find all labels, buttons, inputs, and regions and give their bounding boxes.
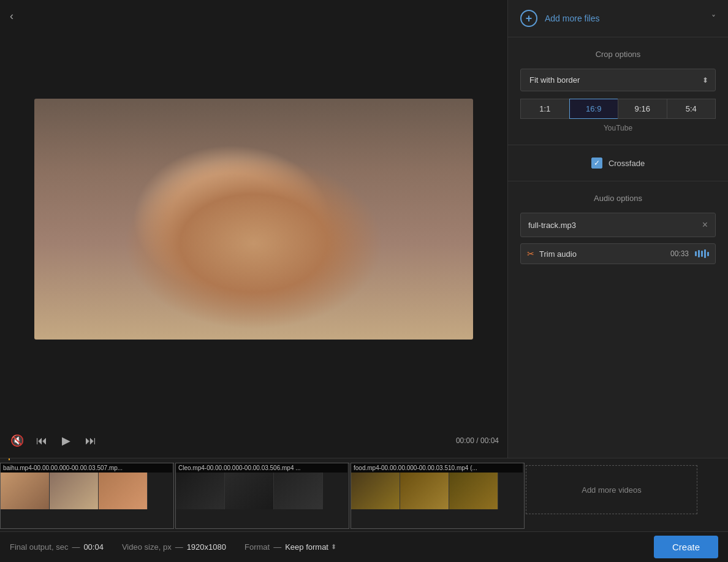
bottom-info: Final output, sec — 00:04 Video size, px… bbox=[10, 542, 654, 552]
total-time: 00:04 bbox=[480, 436, 499, 445]
ratio-btn-5-4[interactable]: 5:4 bbox=[667, 99, 716, 119]
clip-food-label: food.mp4-00.00.00.000-00.00.03.510.mp4 (… bbox=[351, 463, 523, 473]
time-separator: / bbox=[476, 436, 478, 445]
add-files-label: Add more files bbox=[545, 13, 711, 23]
format-sep: — bbox=[273, 542, 281, 552]
crop-options-section: Crop options Fit with border Crop to fil… bbox=[508, 37, 728, 145]
crossfade-label: Crossfade bbox=[609, 159, 645, 168]
clip-baihu-thumb-1 bbox=[1, 473, 50, 509]
mute-icon: 🔇 bbox=[10, 434, 24, 447]
create-button[interactable]: Create bbox=[654, 536, 718, 558]
video-size-value: 1920x1080 bbox=[187, 542, 226, 552]
add-files-icon: + bbox=[520, 10, 537, 27]
prev-icon: ⏮ bbox=[36, 435, 47, 447]
current-time: 00:00 bbox=[456, 436, 474, 445]
youtube-label: YouTube bbox=[520, 124, 716, 132]
audio-file-row: full-track.mp3 × bbox=[520, 213, 716, 237]
audio-clear-icon: × bbox=[702, 219, 708, 230]
video-size-label: Video size, px bbox=[122, 542, 172, 552]
clip-cleo-thumb-3 bbox=[274, 473, 323, 509]
clip-food-thumb-1 bbox=[351, 473, 400, 509]
clip-cleo-thumbnails bbox=[176, 473, 349, 528]
timeline-clips: baihu.mp4-00.00.00.000-00.00.03.507.mp..… bbox=[0, 460, 728, 531]
audio-filename: full-track.mp3 bbox=[528, 221, 702, 230]
play-button[interactable]: ▶ bbox=[58, 432, 75, 449]
time-display: 00:00 / 00:04 bbox=[456, 436, 499, 445]
trim-bars-icon bbox=[695, 249, 709, 258]
format-item: Format — Keep format ⬍ bbox=[245, 542, 336, 552]
play-icon: ▶ bbox=[62, 434, 70, 447]
audio-options-title: Audio options bbox=[520, 194, 716, 203]
ratio-btn-9-16[interactable]: 9:16 bbox=[618, 99, 667, 119]
video-size-sep: — bbox=[175, 542, 183, 552]
clip-cleo[interactable]: Cleo.mp4-00.00.00.000-00.00.03.506.mp4 .… bbox=[175, 463, 349, 529]
video-panel: ‹ 🔇 ⏮ ▶ ⏭ 00:00 / 00:04 bbox=[0, 0, 507, 458]
ratio-buttons: 1:1 16:9 9:16 5:4 bbox=[520, 99, 716, 119]
trim-label: Trim audio bbox=[539, 249, 670, 259]
format-label: Format bbox=[245, 542, 270, 552]
crop-options-title: Crop options bbox=[520, 50, 716, 59]
clip-food-thumbnails bbox=[351, 473, 524, 528]
checkbox-check-icon: ✓ bbox=[594, 159, 600, 167]
clip-food[interactable]: food.mp4-00.00.00.000-00.00.03.510.mp4 (… bbox=[351, 463, 525, 529]
back-button[interactable]: ‹ bbox=[10, 10, 13, 23]
format-arrows-icon: ⬍ bbox=[331, 543, 336, 551]
clip-baihu-thumb-3 bbox=[99, 473, 148, 509]
crop-select[interactable]: Fit with border Crop to fill No crop bbox=[520, 69, 716, 91]
video-thumbnail bbox=[34, 99, 473, 340]
final-output-sep: — bbox=[72, 542, 80, 552]
final-output-value: 00:04 bbox=[83, 542, 104, 552]
video-container bbox=[6, 12, 501, 426]
format-select-wrapper[interactable]: Keep format ⬍ bbox=[285, 542, 336, 552]
bottom-bar: Final output, sec — 00:04 Video size, px… bbox=[0, 531, 728, 562]
video-controls: 🔇 ⏮ ▶ ⏭ 00:00 / 00:04 bbox=[6, 426, 501, 452]
format-value: Keep format bbox=[285, 542, 328, 552]
crop-select-wrapper: Fit with border Crop to fill No crop ⬍ bbox=[520, 69, 716, 91]
clip-food-thumb-3 bbox=[449, 473, 498, 509]
main-area: ‹ 🔇 ⏮ ▶ ⏭ 00:00 / 00:04 bbox=[0, 0, 728, 458]
clip-cleo-thumb-1 bbox=[176, 473, 225, 509]
video-preview bbox=[34, 99, 473, 340]
trim-duration: 00:33 bbox=[670, 249, 689, 258]
audio-options-section: Audio options full-track.mp3 × ✂ Trim au… bbox=[508, 181, 728, 276]
clip-baihu[interactable]: baihu.mp4-00.00.00.000-00.00.03.507.mp..… bbox=[0, 463, 174, 529]
right-panel: + Add more files ˅ Crop options Fit with… bbox=[507, 0, 728, 458]
clip-baihu-thumb-2 bbox=[50, 473, 99, 509]
clip-baihu-thumbnails bbox=[1, 473, 173, 528]
crossfade-checkbox-wrapper[interactable]: ✓ Crossfade bbox=[591, 158, 645, 169]
final-output-label: Final output, sec bbox=[10, 542, 68, 552]
add-files-section[interactable]: + Add more files ˅ bbox=[508, 0, 728, 37]
clip-cleo-label: Cleo.mp4-00.00.00.000-00.00.03.506.mp4 .… bbox=[176, 463, 347, 473]
audio-clear-button[interactable]: × bbox=[702, 219, 708, 230]
final-output-item: Final output, sec — 00:04 bbox=[10, 542, 104, 552]
clip-food-thumb-2 bbox=[400, 473, 449, 509]
video-size-item: Video size, px — 1920x1080 bbox=[122, 542, 226, 552]
add-more-videos-button[interactable]: Add more videos bbox=[526, 465, 697, 514]
crossfade-section: ✓ Crossfade bbox=[508, 145, 728, 181]
mute-button[interactable]: 🔇 bbox=[9, 432, 26, 449]
prev-button[interactable]: ⏮ bbox=[33, 432, 50, 449]
timeline-area: baihu.mp4-00.00.00.000-00.00.03.507.mp..… bbox=[0, 458, 728, 531]
next-button[interactable]: ⏭ bbox=[82, 432, 99, 449]
next-icon: ⏭ bbox=[85, 435, 96, 447]
expand-icon: ˅ bbox=[711, 13, 716, 23]
trim-row[interactable]: ✂ Trim audio 00:33 bbox=[520, 243, 716, 264]
crossfade-checkbox[interactable]: ✓ bbox=[591, 158, 602, 169]
trim-scissors-icon: ✂ bbox=[527, 249, 534, 259]
ratio-btn-16-9[interactable]: 16:9 bbox=[569, 99, 618, 119]
clip-cleo-thumb-2 bbox=[225, 473, 274, 509]
ratio-btn-1-1[interactable]: 1:1 bbox=[520, 99, 569, 119]
clip-baihu-label: baihu.mp4-00.00.00.000-00.00.03.507.mp..… bbox=[1, 463, 172, 473]
